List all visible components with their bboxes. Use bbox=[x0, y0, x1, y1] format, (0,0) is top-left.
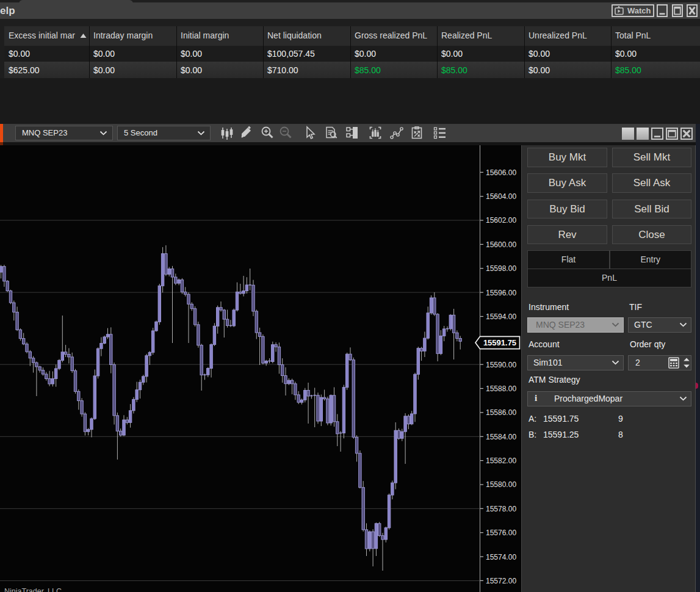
svg-text:15604.00: 15604.00 bbox=[486, 192, 516, 201]
svg-text:15596.00: 15596.00 bbox=[486, 289, 516, 297]
svg-text:15606.00: 15606.00 bbox=[486, 168, 516, 177]
svg-text:15576.00: 15576.00 bbox=[486, 529, 516, 537]
svg-text:15584.00: 15584.00 bbox=[486, 433, 516, 441]
svg-text:15572.00: 15572.00 bbox=[486, 577, 516, 585]
svg-text:15602.00: 15602.00 bbox=[486, 216, 516, 225]
svg-text:15580.00: 15580.00 bbox=[486, 480, 516, 489]
svg-text:15590.00: 15590.00 bbox=[486, 361, 516, 369]
svg-text:15594.00: 15594.00 bbox=[486, 312, 516, 321]
svg-text:15598.00: 15598.00 bbox=[486, 264, 516, 273]
svg-text:15588.00: 15588.00 bbox=[486, 384, 516, 393]
svg-text:15582.00: 15582.00 bbox=[486, 457, 516, 465]
svg-text:15574.00: 15574.00 bbox=[486, 553, 516, 561]
svg-text:15600.00: 15600.00 bbox=[486, 240, 516, 249]
svg-text:NinjaTrader, LLC: NinjaTrader, LLC bbox=[4, 587, 62, 592]
svg-text:15591.75: 15591.75 bbox=[483, 338, 516, 347]
svg-text:15586.00: 15586.00 bbox=[486, 408, 516, 417]
svg-text:15578.00: 15578.00 bbox=[486, 505, 516, 513]
